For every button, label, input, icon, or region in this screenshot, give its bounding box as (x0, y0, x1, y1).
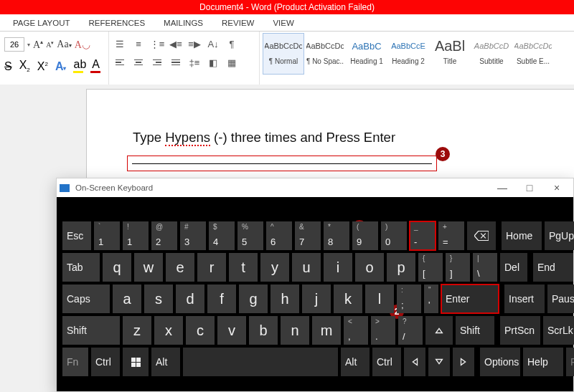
align-left-icon[interactable] (113, 56, 126, 69)
key-c[interactable]: c (186, 316, 215, 345)
show-marks-icon[interactable]: ¶ (225, 37, 238, 50)
key-=[interactable]: += (438, 221, 464, 250)
tab-review[interactable]: REVIEW (222, 17, 254, 31)
key-n[interactable]: n (281, 316, 309, 345)
key-5[interactable]: %5 (237, 221, 263, 250)
style-subtle-e-[interactable]: AaBbCcDcSubtle E... (512, 33, 554, 75)
key-a[interactable]: a (113, 285, 141, 313)
key-scrlk[interactable]: ScrLk (543, 316, 574, 345)
key-\[interactable]: |\ (473, 253, 497, 282)
key-g[interactable]: g (239, 285, 268, 313)
key-up[interactable] (425, 316, 453, 345)
dec-indent-icon[interactable]: ◀≡ (169, 37, 182, 50)
minimize-button[interactable]: — (489, 182, 516, 193)
style-heading-2[interactable]: AaBbCcEHeading 2 (387, 33, 429, 75)
key-'[interactable]: "' (424, 285, 438, 313)
key-0[interactable]: )0 (381, 221, 407, 250)
tab-view[interactable]: VIEW (273, 17, 293, 31)
key-right[interactable] (453, 348, 474, 376)
superscript-icon[interactable]: X2 (37, 60, 48, 73)
key-1[interactable]: `1 (94, 221, 120, 250)
key-x[interactable]: x (154, 316, 183, 345)
style--no-spac-[interactable]: AaBbCcDc¶ No Spac... (304, 33, 346, 75)
key-p[interactable]: p (387, 253, 415, 282)
key-][interactable]: }] (446, 253, 470, 282)
grow-font-icon[interactable]: A▴ (33, 39, 43, 51)
close-button[interactable]: × (543, 182, 570, 193)
key-s[interactable]: s (144, 285, 173, 313)
key-Tab[interactable]: Tab (62, 253, 100, 282)
key-m[interactable]: m (312, 316, 341, 345)
tab-page-layout[interactable]: PAGE LAYOUT (13, 17, 70, 31)
key-Alt[interactable]: Alt (151, 348, 180, 376)
key-Shift[interactable]: Shift (456, 316, 494, 345)
key-Esc[interactable]: Esc (62, 221, 91, 250)
key-help[interactable]: Help (523, 348, 563, 376)
key-t[interactable]: t (229, 253, 258, 282)
line-spacing-icon[interactable]: ‡≡ (188, 56, 201, 69)
key-w[interactable]: w (134, 253, 163, 282)
key-Fn[interactable]: Fn (62, 348, 88, 376)
key-1[interactable]: !1 (123, 221, 149, 250)
key-b[interactable]: b (249, 316, 278, 345)
key-.[interactable]: >. (371, 316, 395, 345)
key-u[interactable]: u (292, 253, 321, 282)
key-q[interactable]: q (103, 253, 131, 282)
key--[interactable]: _- (410, 221, 436, 250)
key-h[interactable]: h (270, 285, 299, 313)
key-pause[interactable]: Pause (547, 285, 574, 313)
chevron-down-icon[interactable]: ▾ (27, 42, 30, 48)
key-win[interactable] (123, 348, 149, 376)
key-Enter[interactable]: Enter (441, 285, 499, 313)
key-y[interactable]: y (260, 253, 289, 282)
key-Alt[interactable]: Alt (341, 348, 370, 376)
key-i[interactable]: i (324, 253, 352, 282)
style-subtitle[interactable]: AaBbCcDSubtitle (471, 33, 512, 75)
font-size-input[interactable]: 26 (4, 37, 24, 52)
key-Shift[interactable]: Shift (62, 316, 120, 345)
maximize-button[interactable]: □ (516, 182, 543, 193)
key-down[interactable] (428, 348, 450, 376)
justify-icon[interactable] (169, 56, 182, 69)
clear-format-icon[interactable]: A◡ (75, 39, 90, 51)
key-bksp[interactable] (467, 221, 496, 250)
numbering-icon[interactable]: ≡ (132, 37, 145, 50)
key-end[interactable]: End (533, 253, 573, 282)
key-8[interactable]: *8 (324, 221, 349, 250)
key-left[interactable] (404, 348, 425, 376)
key-Ctrl[interactable]: Ctrl (372, 348, 401, 376)
key-v[interactable]: v (217, 316, 246, 345)
multilevel-icon[interactable]: ⋮≡ (151, 37, 164, 50)
key-e[interactable]: e (166, 253, 194, 282)
key-,[interactable]: <, (344, 316, 368, 345)
key-insert[interactable]: Insert (504, 285, 545, 313)
style-title[interactable]: AaBlTitle (429, 33, 471, 75)
key-Del[interactable]: Del (500, 253, 527, 282)
sort-icon[interactable]: A↓ (207, 37, 220, 50)
shading-icon[interactable]: ◧ (207, 56, 220, 69)
key-[[interactable]: {[ (418, 253, 443, 282)
key-;[interactable]: :; (397, 285, 421, 313)
key-2[interactable]: @2 (151, 221, 177, 250)
key-j[interactable]: j (302, 285, 331, 313)
key-space[interactable] (183, 348, 338, 376)
key-7[interactable]: &7 (295, 221, 321, 250)
key-o[interactable]: o (355, 253, 384, 282)
tab-mailings[interactable]: MAILINGS (164, 17, 203, 31)
style--normal[interactable]: AaBbCcDc¶ Normal (263, 33, 304, 75)
key-Caps[interactable]: Caps (62, 285, 110, 313)
bullets-icon[interactable]: ☰ (113, 37, 126, 50)
key-options[interactable]: Options (480, 348, 520, 376)
inc-indent-icon[interactable]: ≡▶ (188, 37, 201, 50)
align-right-icon[interactable] (151, 56, 164, 69)
key-d[interactable]: d (176, 285, 204, 313)
shrink-font-icon[interactable]: A▾ (46, 40, 54, 49)
text-effects-icon[interactable]: A▾ (55, 60, 67, 73)
key-f[interactable]: f (207, 285, 236, 313)
style-heading-1[interactable]: AaBbCHeading 1 (346, 33, 387, 75)
key-Ctrl[interactable]: Ctrl (91, 348, 120, 376)
key-/[interactable]: ?/ (398, 316, 423, 345)
key-fade[interactable]: Fade (566, 348, 574, 376)
key-home[interactable]: Home (502, 221, 542, 250)
borders-icon[interactable]: ▦ (225, 56, 238, 69)
